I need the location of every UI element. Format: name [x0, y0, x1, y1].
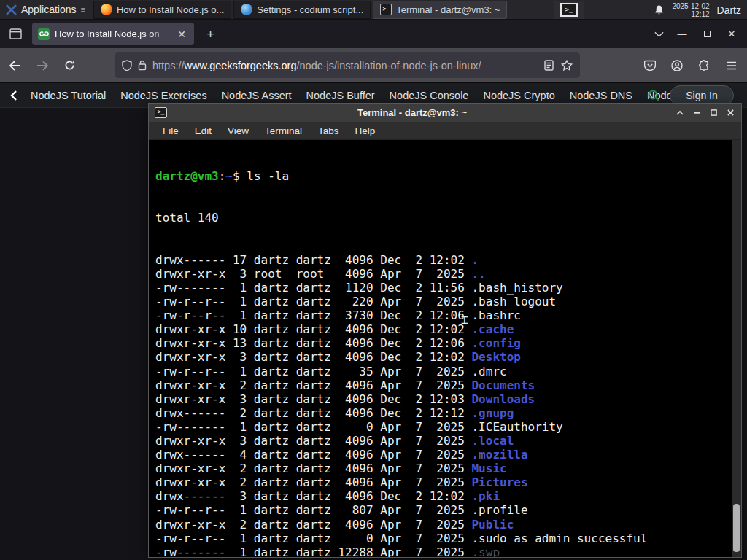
tracking-shield-icon[interactable]	[122, 60, 132, 71]
taskbar-window-firefox[interactable]: How to Install Node.js o...	[93, 1, 231, 19]
terminal-output-line: drwx------ 17 dartz dartz 4096 Dec 2 12:…	[155, 253, 729, 267]
terminal-output-line: drwxr-xr-x 3 dartz dartz 4096 Dec 2 12:0…	[155, 392, 729, 406]
listing-directory-name: .cache	[471, 322, 514, 336]
terminal-output-line: drwxr-xr-x 3 dartz dartz 4096 Dec 2 12:0…	[155, 350, 729, 364]
notifications-bell-icon[interactable]	[654, 4, 665, 15]
terminal-output-line: drwxr-xr-x 10 dartz dartz 4096 Dec 2 12:…	[155, 322, 729, 336]
terminal-launcher-icon: >_	[560, 3, 578, 17]
browser-close-button[interactable]: ✕	[719, 24, 744, 44]
listing-directory-name: Desktop	[471, 350, 520, 364]
taskbar-window-list: How to Install Node.js o...Settings - co…	[93, 0, 508, 20]
nav-link-nodejs-dns[interactable]: NodeJS DNS	[562, 90, 640, 101]
listing-directory-name: .pki	[471, 489, 500, 503]
browser-tab-active[interactable]: How to Install Node.js on ✕	[32, 23, 194, 45]
taskbar-window-terminal[interactable]: >_Terminal - dartz@vm3: ~	[373, 1, 507, 19]
nav-link-nodejs-console[interactable]: NodeJS Console	[382, 90, 476, 101]
tab-close-icon[interactable]: ✕	[175, 28, 188, 41]
reload-button[interactable]	[58, 54, 81, 77]
forward-button[interactable]	[31, 54, 54, 77]
listing-directory-name: .config	[471, 336, 520, 350]
tab-title: How to Install Node.js on	[55, 28, 170, 39]
terminal-minimize-button[interactable]	[692, 108, 702, 118]
url-protocol: https://	[152, 60, 185, 71]
terminal-menu-tabs[interactable]: Tabs	[310, 125, 347, 136]
nav-link-nodejs-tutorial[interactable]: NodeJS Tutorial	[23, 90, 113, 101]
user-menu[interactable]: Dartz	[717, 4, 741, 16]
listing-file-name: .ICEauthority	[471, 420, 562, 434]
codium-icon	[241, 4, 252, 15]
listing-file-name: .profile	[471, 503, 527, 517]
listing-file-name: .bashrc	[471, 308, 520, 322]
firefox-view-button[interactable]	[4, 24, 26, 44]
nav-scroll-left-icon[interactable]	[0, 90, 23, 101]
listing-file-name: .dmrc	[471, 365, 506, 378]
terminal-scrollbar-thumb[interactable]	[733, 504, 740, 552]
terminal-menu-view[interactable]: View	[220, 125, 257, 136]
url-bar[interactable]: https://www.geeksforgeeks.org/node-js/in…	[115, 52, 580, 78]
desktop-screen: Applications ≡ How to Install Node.js o.…	[0, 0, 747, 560]
terminal-output-line: drwxr-xr-x 2 dartz dartz 4096 Apr 7 2025…	[155, 462, 729, 475]
geeksforgeeks-favicon	[38, 28, 50, 40]
system-tray: 2025-12-02 12:12 Dartz	[654, 0, 747, 20]
nav-link-nodejs-assert[interactable]: NodeJS Assert	[214, 90, 299, 101]
clock[interactable]: 2025-12-02 12:12	[672, 2, 709, 18]
reader-mode-icon[interactable]	[544, 60, 554, 71]
terminal-shade-button[interactable]	[675, 108, 685, 118]
terminal-menu-terminal[interactable]: Terminal	[257, 125, 310, 136]
terminal-menu-bar: FileEditViewTerminalTabsHelp	[149, 122, 741, 140]
applications-caret-icon: ≡	[81, 5, 85, 14]
nav-link-nodejs-exercises[interactable]: NodeJS Exercises	[113, 90, 214, 101]
clock-date: 2025-12-02	[672, 2, 709, 10]
pocket-icon[interactable]	[638, 54, 662, 77]
listing-directory-name: .gnupg	[471, 406, 514, 420]
terminal-menu-file[interactable]: File	[155, 125, 187, 136]
terminal-output-line: -rw-r--r-- 1 dartz dartz 220 Apr 7 2025 …	[155, 295, 729, 308]
terminal-output-line: -rw-r--r-- 1 dartz dartz 3730 Dec 2 12:0…	[155, 308, 729, 322]
taskbar-window-codium[interactable]: Settings - codium script...	[233, 1, 371, 19]
terminal-output-line: -rw------- 1 dartz dartz 12288 Apr 7 202…	[155, 545, 729, 557]
clock-time: 12:12	[672, 10, 709, 18]
listing-directory-name: ..	[471, 267, 485, 281]
applications-label: Applications	[21, 4, 77, 15]
prompt-user-host: dartz@vm3	[155, 169, 219, 183]
terminal-maximize-button[interactable]	[708, 108, 719, 118]
terminal-scrollbar[interactable]	[732, 140, 741, 557]
menu-hamburger-icon[interactable]	[719, 54, 743, 77]
terminal-output-line: drwxr-xr-x 2 dartz dartz 4096 Apr 7 2025…	[155, 378, 729, 392]
nav-links: NodeJS TutorialNodeJS ExercisesNodeJS As…	[23, 90, 680, 101]
terminal-icon: >_	[380, 4, 392, 15]
applications-menu-button[interactable]: Applications ≡	[0, 0, 90, 20]
nav-link-nodejs-buffer[interactable]: NodeJS Buffer	[299, 90, 382, 101]
terminal-output-line: -rw------- 1 dartz dartz 1120 Dec 2 11:5…	[155, 281, 729, 295]
terminal-window: >_ Terminal - dartz@vm3: ~ FileEditViewT…	[148, 103, 742, 558]
terminal-output-line: drwxr-xr-x 3 root root 4096 Apr 7 2025 .…	[155, 267, 729, 281]
terminal-close-button[interactable]	[725, 108, 735, 118]
nav-link-nodejs-crypto[interactable]: NodeJS Crypto	[476, 90, 562, 101]
url-path: /node-js/installation-of-node-js-on-linu…	[296, 60, 481, 71]
bookmark-star-icon[interactable]	[561, 60, 573, 71]
browser-maximize-button[interactable]	[694, 24, 719, 44]
listing-directory-name: .	[471, 253, 479, 267]
applications-icon	[6, 4, 17, 15]
taskbar-window-label: Terminal - dartz@vm3: ~	[396, 4, 500, 15]
terminal-content[interactable]: dartz@vm3:~$ ls -la total 140 drwx------…	[149, 140, 741, 557]
terminal-output-line: drwxr-xr-x 2 dartz dartz 4096 Apr 7 2025…	[155, 475, 729, 489]
browser-minimize-button[interactable]: —	[670, 24, 694, 44]
list-all-tabs-button[interactable]	[648, 24, 670, 44]
account-icon[interactable]	[665, 54, 689, 77]
terminal-output-line: drwxr-xr-x 13 dartz dartz 4096 Dec 2 12:…	[155, 336, 729, 350]
extensions-puzzle-icon[interactable]	[692, 54, 716, 77]
terminal-title-bar[interactable]: >_ Terminal - dartz@vm3: ~	[149, 104, 741, 122]
search-icon[interactable]	[645, 87, 662, 104]
url-text: https://www.geeksforgeeks.org/node-js/in…	[152, 60, 538, 71]
listing-directory-name: .mozilla	[471, 448, 527, 462]
terminal-menu-help[interactable]: Help	[347, 125, 384, 136]
terminal-menu-edit[interactable]: Edit	[187, 125, 220, 136]
lock-icon[interactable]	[138, 60, 147, 71]
listing-directory-name: .local	[471, 434, 514, 448]
terminal-launcher-button[interactable]: >_	[554, 1, 584, 19]
system-taskbar: Applications ≡ How to Install Node.js o.…	[0, 0, 747, 20]
back-button[interactable]	[4, 54, 27, 77]
new-tab-button[interactable]: +	[201, 26, 220, 42]
firefox-icon	[101, 4, 112, 15]
